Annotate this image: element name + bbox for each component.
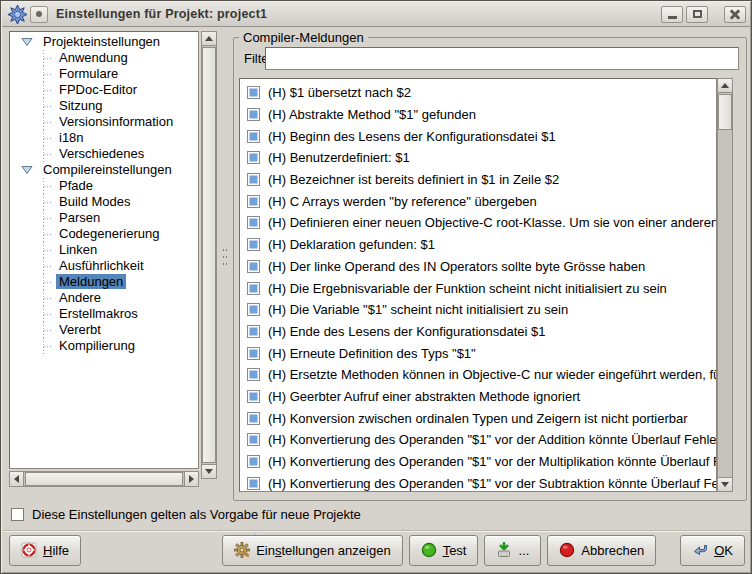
scrollbar-thumb[interactable] bbox=[25, 472, 183, 486]
expander-icon[interactable] bbox=[21, 165, 33, 175]
titlebar: Einstellungen für Projekt: project1 bbox=[2, 2, 750, 27]
scroll-right-button[interactable] bbox=[184, 471, 199, 487]
message-row[interactable]: (H) $1 übersetzt nach $2 bbox=[240, 82, 716, 104]
message-checkbox[interactable] bbox=[247, 412, 260, 425]
message-checkbox[interactable] bbox=[247, 368, 260, 381]
close-button[interactable] bbox=[724, 6, 746, 23]
message-checkbox[interactable] bbox=[247, 282, 260, 295]
scroll-up-button[interactable] bbox=[201, 31, 217, 46]
message-checkbox[interactable] bbox=[247, 260, 260, 273]
message-row[interactable]: (H) Die Variable "$1" scheint nicht init… bbox=[240, 299, 716, 321]
message-checkbox[interactable] bbox=[247, 130, 260, 143]
tree-item[interactable]: Build Modes bbox=[10, 194, 198, 210]
tree-item[interactable]: Anwendung bbox=[10, 50, 198, 66]
message-checkbox[interactable] bbox=[247, 390, 260, 403]
ok-button[interactable]: OK bbox=[680, 535, 745, 566]
tree-item[interactable]: Erstellmakros bbox=[10, 306, 198, 322]
message-checkbox[interactable] bbox=[247, 108, 260, 121]
message-row[interactable]: (H) Erneute Definition des Typs "$1" bbox=[240, 342, 716, 364]
message-checkbox[interactable] bbox=[247, 477, 260, 490]
message-row[interactable]: (H) Bezeichner ist bereits definiert in … bbox=[240, 169, 716, 191]
message-row[interactable]: (H) Beginn des Lesens der Konfigurations… bbox=[240, 125, 716, 147]
tree-item[interactable]: Vererbt bbox=[10, 322, 198, 338]
message-label: (H) Geerbter Aufruf einer abstrakten Met… bbox=[268, 389, 580, 404]
filter-input[interactable] bbox=[265, 47, 739, 70]
export-options-button[interactable]: ... bbox=[484, 535, 541, 566]
message-row[interactable]: (H) Der linke Operand des IN Operators s… bbox=[240, 256, 716, 278]
message-checkbox[interactable] bbox=[247, 455, 260, 468]
scrollbar-thumb[interactable] bbox=[718, 94, 732, 130]
message-checkbox[interactable] bbox=[247, 303, 260, 316]
tree-item[interactable]: Pfade bbox=[10, 178, 198, 194]
message-row[interactable]: (H) Konvertierung des Operanden "$1" vor… bbox=[240, 472, 716, 492]
message-checkbox[interactable] bbox=[247, 195, 260, 208]
tree-item[interactable]: Codegenerierung bbox=[10, 226, 198, 242]
test-button[interactable]: Test bbox=[409, 535, 479, 566]
tree-item[interactable]: Kompilierung bbox=[10, 338, 198, 354]
panel-splitter[interactable] bbox=[219, 31, 231, 487]
tree-group[interactable]: Projekteinstellungen bbox=[10, 34, 198, 50]
message-row[interactable]: (H) Abstrakte Method "$1" gefunden bbox=[240, 104, 716, 126]
message-label: (H) Konvertierung des Operanden "$1" vor… bbox=[268, 432, 716, 447]
message-checkbox[interactable] bbox=[247, 347, 260, 360]
tree-item-label: Formulare bbox=[56, 66, 121, 81]
compiler-messages-list: (H) $1 übersetzt nach $2 (H) Abstrakte M… bbox=[239, 78, 717, 492]
message-row[interactable]: (H) Die Ergebnisvariable der Funktion sc… bbox=[240, 277, 716, 299]
message-label: (H) Die Ergebnisvariable der Funktion sc… bbox=[268, 281, 667, 296]
tree-horizontal-scrollbar[interactable] bbox=[9, 471, 199, 487]
tree-item[interactable]: Sitzung bbox=[10, 98, 198, 114]
tree-item-label: Vererbt bbox=[56, 322, 104, 337]
scroll-down-button[interactable] bbox=[717, 477, 733, 492]
message-row[interactable]: (H) Deklaration gefunden: $1 bbox=[240, 234, 716, 256]
scrollbar-thumb[interactable] bbox=[202, 47, 216, 463]
show-options-button[interactable]: Einstellungen anzeigen bbox=[222, 535, 402, 566]
help-button[interactable]: Hilfe bbox=[9, 535, 81, 566]
message-checkbox[interactable] bbox=[247, 238, 260, 251]
tree-item[interactable]: Parsen bbox=[10, 210, 198, 226]
message-row[interactable]: (H) Konvertierung des Operanden "$1" vor… bbox=[240, 429, 716, 451]
close-icon bbox=[730, 9, 740, 19]
tree-item[interactable]: Versionsinformation bbox=[10, 114, 198, 130]
list-vertical-scrollbar[interactable] bbox=[717, 78, 733, 492]
message-row[interactable]: (H) Konversion zwischen ordinalen Typen … bbox=[240, 407, 716, 429]
message-checkbox[interactable] bbox=[247, 151, 260, 164]
message-checkbox[interactable] bbox=[247, 216, 260, 229]
defaults-checkbox-row[interactable]: Diese Einstellungen gelten als Vorgabe f… bbox=[11, 507, 361, 522]
scroll-up-button[interactable] bbox=[717, 78, 733, 93]
maximize-button[interactable] bbox=[686, 6, 708, 23]
cancel-button[interactable]: Abbrechen bbox=[547, 535, 656, 566]
message-checkbox[interactable] bbox=[247, 433, 260, 446]
tree-item[interactable]: Formulare bbox=[10, 66, 198, 82]
tree-item[interactable]: Ausführlichkeit bbox=[10, 258, 198, 274]
message-checkbox[interactable] bbox=[247, 173, 260, 186]
message-row[interactable]: (H) Benutzerdefiniert: $1 bbox=[240, 147, 716, 169]
scroll-left-button[interactable] bbox=[9, 471, 24, 487]
message-label: (H) Konvertierung des Operanden "$1" vor… bbox=[268, 454, 716, 469]
tree-item[interactable]: Verschiedenes bbox=[10, 146, 198, 162]
tree-item-label: FPDoc-Editor bbox=[56, 82, 140, 97]
message-row[interactable]: (H) Konvertierung des Operanden "$1" vor… bbox=[240, 451, 716, 473]
tree-item-label: Kompilierung bbox=[56, 338, 138, 353]
message-checkbox[interactable] bbox=[247, 86, 260, 99]
message-checkbox[interactable] bbox=[247, 325, 260, 338]
message-label: (H) Abstrakte Method "$1" gefunden bbox=[268, 107, 476, 122]
tree-item[interactable]: Andere bbox=[10, 290, 198, 306]
message-row[interactable]: (H) Geerbter Aufruf einer abstrakten Met… bbox=[240, 386, 716, 408]
message-row[interactable]: (H) Definieren einer neuen Objective-C r… bbox=[240, 212, 716, 234]
minimize-button[interactable] bbox=[661, 6, 683, 23]
scroll-down-button[interactable] bbox=[201, 464, 217, 479]
tree-item[interactable]: Meldungen bbox=[10, 274, 198, 290]
message-row[interactable]: (H) C Arrays werden "by reference" überg… bbox=[240, 190, 716, 212]
defaults-checkbox[interactable] bbox=[11, 508, 24, 521]
expander-icon[interactable] bbox=[21, 37, 33, 47]
tree-item-label: Sitzung bbox=[56, 98, 105, 113]
cancel-stop-icon bbox=[559, 542, 575, 558]
tree-vertical-scrollbar[interactable] bbox=[201, 31, 217, 479]
tree-item[interactable]: i18n bbox=[10, 130, 198, 146]
tree-item[interactable]: FPDoc-Editor bbox=[10, 82, 198, 98]
window-menu-button[interactable] bbox=[30, 6, 48, 23]
message-row[interactable]: (H) Ersetzte Methoden können in Objectiv… bbox=[240, 364, 716, 386]
message-row[interactable]: (H) Ende des Lesens der Konfigurationsda… bbox=[240, 321, 716, 343]
tree-item[interactable]: Linken bbox=[10, 242, 198, 258]
tree-group[interactable]: Compilereinstellungen bbox=[10, 162, 198, 178]
